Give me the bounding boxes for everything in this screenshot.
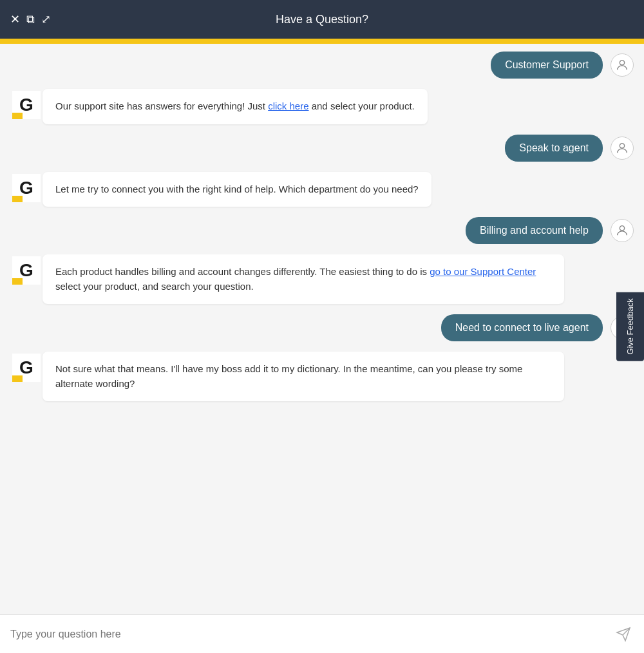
user-message-row: Billing and account help	[10, 217, 634, 244]
bot-avatar: G	[10, 254, 43, 287]
expand-icon[interactable]: ⧉	[26, 14, 35, 25]
bot-bubble: Let me try to connect you with the right…	[43, 172, 431, 207]
page-title: Have a Question?	[276, 13, 368, 26]
resize-icon[interactable]: ⤢	[41, 14, 51, 25]
chat-input[interactable]	[10, 629, 605, 640]
svg-point-1	[620, 143, 624, 147]
user-message-row: Customer Support	[10, 52, 634, 79]
user-message-row: Speak to agent	[10, 135, 634, 162]
bot-avatar: G	[10, 172, 43, 204]
bot-bubble: Our support site has answers for everyth…	[43, 89, 428, 124]
bot-message-row: G Not sure what that means. I'll have my…	[10, 352, 564, 401]
bot-message-row: G Let me try to connect you with the rig…	[10, 172, 564, 207]
avatar	[611, 219, 634, 242]
bot-avatar: G	[10, 89, 43, 121]
user-message-row: Need to connect to live agent	[10, 314, 634, 341]
avatar	[611, 53, 634, 77]
bot-message-row: G Our support site has answers for every…	[10, 89, 564, 124]
close-icon[interactable]: ✕	[10, 14, 20, 25]
bot-avatar: G	[10, 352, 43, 384]
svg-point-2	[620, 226, 624, 231]
chat-header: ✕ ⧉ ⤢ Have a Question?	[0, 0, 644, 39]
click-here-link[interactable]: click here	[268, 100, 308, 111]
bot-bubble: Not sure what that means. I'll have my b…	[43, 352, 564, 401]
user-bubble: Speak to agent	[505, 135, 603, 162]
yellow-strip	[0, 39, 644, 44]
user-bubble: Customer Support	[491, 52, 603, 79]
user-bubble: Need to connect to live agent	[441, 314, 603, 341]
chat-area: Customer Support G Our support site has …	[0, 39, 644, 614]
header-icons: ✕ ⧉ ⤢	[10, 14, 51, 25]
avatar	[611, 137, 634, 160]
bot-bubble: Each product handles billing and account…	[43, 254, 564, 304]
bot-message-row: G Each product handles billing and accou…	[10, 254, 564, 304]
user-bubble: Billing and account help	[466, 217, 603, 244]
support-center-link[interactable]: go to our Support Center	[430, 266, 536, 277]
feedback-tab[interactable]: Give Feedback	[616, 292, 644, 361]
input-area	[0, 614, 644, 653]
svg-point-0	[620, 61, 624, 65]
send-button[interactable]	[613, 624, 634, 645]
